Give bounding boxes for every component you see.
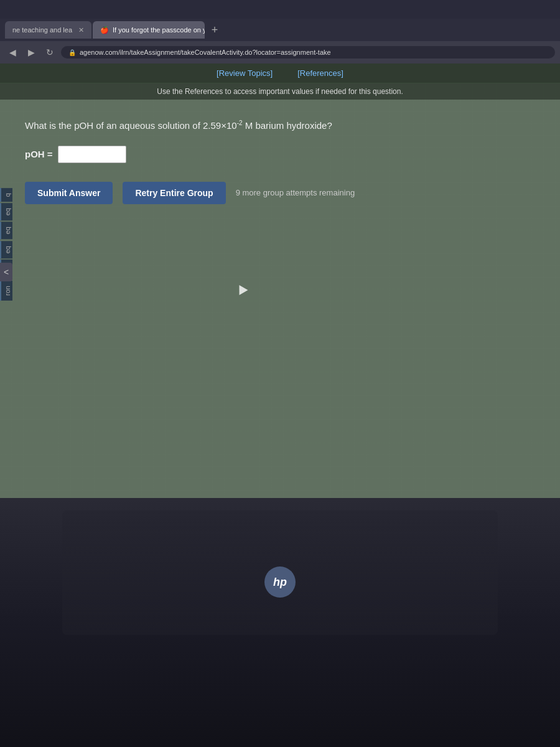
hp-logo: hp (264, 566, 296, 598)
refresh-button[interactable]: ↻ (42, 45, 57, 60)
browser-content: q eq eq eq req ron < [Review Topics] [Re… (0, 63, 560, 549)
question-exponent: -2 (237, 120, 243, 126)
tab-bar: ne teaching and lea ✕ 🍎 If you forgot th… (0, 19, 560, 41)
tab-teaching-close[interactable]: ✕ (78, 26, 84, 34)
hp-logo-area: hp (264, 566, 296, 598)
url-text: agenow.com/ilrn/takeAssignment/takeCoval… (80, 49, 331, 56)
tab-favicon: 🍎 (100, 26, 109, 34)
buttons-row: Submit Answer Retry Entire Group 9 more … (25, 182, 535, 204)
back-button[interactable]: ◀ (5, 45, 20, 60)
sidebar-tab-eq1[interactable]: eq (0, 203, 12, 220)
question-text: What is the pOH of an aqueous solution o… (25, 118, 535, 133)
tab-teaching-label: ne teaching and lea (12, 26, 72, 34)
left-sidebar: q eq eq eq req ron (0, 188, 12, 301)
address-bar[interactable]: 🔒 agenow.com/ilrn/takeAssignment/takeCov… (61, 46, 555, 59)
address-bar-row: ◀ ▶ ↻ 🔒 agenow.com/ilrn/takeAssignment/t… (0, 41, 560, 63)
lock-icon: 🔒 (68, 49, 76, 56)
references-note: Use the References to access important v… (0, 83, 560, 100)
references-note-text: Use the References to access important v… (157, 87, 403, 96)
sidebar-tab-eq3[interactable]: eq (0, 241, 12, 258)
attempts-remaining-text: 9 more group attempts remaining (236, 188, 355, 197)
forward-button[interactable]: ▶ (24, 45, 39, 60)
question-area: What is the pOH of an aqueous solution o… (0, 100, 560, 217)
poh-row: pOH = (25, 146, 535, 163)
page-inner: [Review Topics] [References] Use the Ref… (0, 63, 560, 217)
collapse-arrow[interactable]: < (0, 263, 12, 281)
tab-passcode[interactable]: 🍎 If you forgot the passcode on yo ✕ (93, 21, 205, 39)
page-toolbar: [Review Topics] [References] (0, 63, 560, 83)
sidebar-tab-ron[interactable]: ron (0, 281, 12, 301)
poh-input[interactable] (58, 146, 126, 163)
sidebar-tab-eq2[interactable]: eq (0, 222, 12, 239)
new-tab-button[interactable]: + (206, 21, 223, 39)
top-bezel (0, 0, 560, 19)
tab-passcode-label: If you forgot the passcode on yo (113, 26, 205, 34)
question-prefix: What is the pOH of an aqueous solution o… (25, 120, 237, 131)
laptop-bottom (0, 498, 560, 747)
tab-teaching[interactable]: ne teaching and lea ✕ (5, 21, 91, 39)
retry-entire-group-button[interactable]: Retry Entire Group (123, 182, 225, 204)
references-link[interactable]: [References] (297, 68, 343, 78)
sidebar-tab-q[interactable]: q (0, 188, 12, 202)
review-topics-link[interactable]: [Review Topics] (217, 68, 273, 78)
poh-label: pOH = (25, 149, 53, 159)
question-suffix: M barium hydroxide? (243, 120, 332, 131)
browser-chrome: ne teaching and lea ✕ 🍎 If you forgot th… (0, 19, 560, 63)
submit-answer-button[interactable]: Submit Answer (25, 182, 113, 204)
